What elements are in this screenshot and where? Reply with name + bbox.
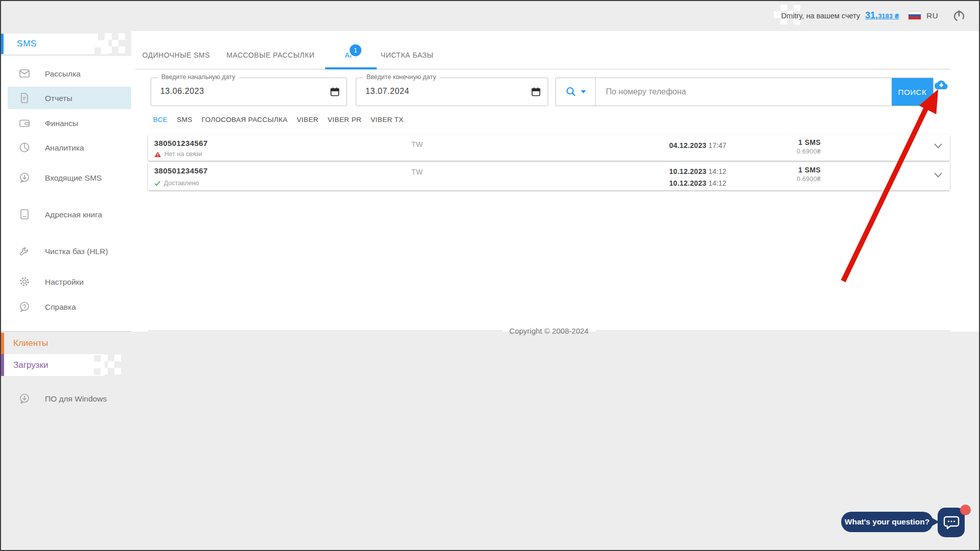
address-book-icon <box>18 208 31 220</box>
status-text: Нет на связи <box>164 151 202 158</box>
sidebar-section-label: Загрузки <box>4 360 48 370</box>
sidebar-item-label: Входящие SMS <box>45 172 116 184</box>
wrench-icon <box>18 245 31 257</box>
sidebar-item-label: Справка <box>45 301 116 313</box>
calendar-icon[interactable] <box>330 87 340 99</box>
message-datetime: 04.12.2023 17:47 <box>669 140 726 152</box>
language-label[interactable]: RU <box>926 11 938 20</box>
search-button[interactable]: ПОИСК <box>892 78 933 106</box>
copyright: Copyright © 2008-2024 <box>148 325 950 336</box>
pixel-decoration <box>94 368 101 375</box>
chat-icon <box>943 515 960 530</box>
search-type-dropdown[interactable] <box>556 78 596 106</box>
calendar-icon[interactable] <box>531 87 541 99</box>
filter-viber-pr[interactable]: VIBER PR <box>328 116 361 123</box>
search-input[interactable] <box>596 79 897 105</box>
sidebar-item-label: Финансы <box>45 117 116 129</box>
sms-count: 1 SMS <box>749 166 821 174</box>
sender-name: TW <box>411 168 423 176</box>
export-download-icon[interactable] <box>935 79 948 92</box>
message-datetime: 10.12.2023 14:12 10.12.2023 14:12 <box>669 166 726 189</box>
sidebar-item-adresnaya-kniga[interactable]: Адресная книга <box>0 203 131 226</box>
date-to-label: Введите конечную дату <box>363 73 439 81</box>
sms-price: 0.6900₴ <box>749 148 821 155</box>
sidebar-item-vhodyashchie-sms[interactable]: Входящие SMS <box>0 166 131 189</box>
pixel-decoration <box>114 355 121 361</box>
sidebar-section-sms[interactable]: SMS <box>0 34 108 54</box>
pixel-decoration <box>118 33 125 40</box>
phone-number: 380501234567 <box>154 166 208 175</box>
message-row[interactable]: 380501234567 Доставлено TW 10.12.2023 14… <box>148 162 950 190</box>
pixel-decoration <box>98 34 105 40</box>
date-to-field[interactable]: Введите конечную дату 13.07.2024 <box>356 78 548 106</box>
delivered-check-icon <box>154 181 161 186</box>
pixel-decoration <box>101 368 108 374</box>
help-icon <box>18 300 31 313</box>
pixel-decoration <box>105 33 112 40</box>
sidebar-item-chistka-baz[interactable]: Чистка баз (HLR) <box>0 239 131 263</box>
header-user-area: Dmitry, на вашем счету 31,3183 ₴ RU <box>781 0 966 31</box>
logout-power-icon[interactable] <box>952 9 966 22</box>
date-to-value[interactable]: 13.07.2024 <box>365 87 409 96</box>
chat-notification-badge <box>960 505 971 515</box>
pixel-decoration <box>112 40 118 46</box>
phone-number: 380501234567 <box>154 139 208 147</box>
balance-int: 31, <box>865 10 878 20</box>
search-icon <box>565 86 577 98</box>
sidebar-item-finansy[interactable]: Финансы <box>0 116 131 130</box>
sidebar-section-zagruzki[interactable]: Загрузки <box>0 354 105 376</box>
pixel-decoration <box>94 47 101 54</box>
report-document-icon <box>18 92 31 104</box>
tab-massovye-rassylki[interactable]: МАССОВЫЕ РАССЫЛКИ <box>219 51 322 62</box>
filter-viber[interactable]: VIBER <box>297 116 318 123</box>
balance-frac: 3183 ₴ <box>878 12 899 20</box>
tab-api[interactable]: API 1 <box>325 51 377 62</box>
pixel-decoration <box>108 361 114 368</box>
wallet-icon <box>18 117 31 129</box>
expand-chevron-icon[interactable] <box>934 171 943 180</box>
pixel-decoration <box>118 46 125 53</box>
date-from-value[interactable]: 13.06.2023 <box>160 87 204 96</box>
sidebar-section-klienty[interactable]: Клиенты <box>0 333 131 354</box>
tab-odinochnye-sms[interactable]: ОДИНОЧНЫЕ SMS <box>134 51 218 62</box>
search-box: ПОИСК <box>555 78 934 106</box>
message-row[interactable]: 380501234567 Нет на связи TW 04.12.2023 … <box>148 135 950 161</box>
tabbar-border <box>135 69 950 69</box>
date-from-field[interactable]: Введите начальную дату 13.06.2023 <box>151 78 347 106</box>
chevron-down-icon <box>581 90 586 93</box>
sidebar-item-label: Аналитика <box>45 142 116 154</box>
chat-question-bubble[interactable]: What's your question? <box>841 512 933 532</box>
filter-golosovaya[interactable]: ГОЛОСОВАЯ РАССЫЛКА <box>202 116 287 123</box>
sidebar-section-label: Клиенты <box>4 338 48 348</box>
sidebar-item-spravka[interactable]: Справка <box>0 299 131 314</box>
sidebar-item-rassylka[interactable]: Рассылка <box>0 66 131 81</box>
download-software-icon <box>18 392 31 405</box>
copyright-text: Copyright © 2008-2024 <box>509 327 589 335</box>
pixel-decoration <box>105 46 112 53</box>
pixel-decoration <box>101 355 108 361</box>
sidebar-item-analitika[interactable]: Аналитика <box>0 140 131 155</box>
incoming-sms-icon <box>18 171 31 184</box>
message-status: Доставлено <box>154 180 199 187</box>
envelope-icon <box>18 67 31 80</box>
expand-chevron-icon[interactable] <box>934 142 943 151</box>
sidebar-item-nastroyki[interactable]: Настройки <box>0 274 131 289</box>
sidebar-item-po-windows[interactable]: ПО для Windows <box>0 387 131 410</box>
footer-background <box>0 332 980 551</box>
pixel-decoration <box>94 355 101 362</box>
balance-link[interactable]: 31,3183 ₴ <box>865 10 899 21</box>
sidebar-item-label: Рассылка <box>45 68 116 80</box>
message-count: 1 SMS 0.6900₴ <box>749 138 821 155</box>
pixel-decoration <box>774 11 780 18</box>
message-count: 1 SMS 0.6900₴ <box>749 166 821 183</box>
filter-sms[interactable]: SMS <box>177 116 192 123</box>
sidebar-item-label: Настройки <box>45 276 116 288</box>
sidebar-section-title: SMS <box>4 39 37 49</box>
sidebar-item-otchety[interactable]: Отчеты <box>8 87 131 109</box>
filter-vse[interactable]: ВСЕ <box>153 116 168 123</box>
filter-viber-tx[interactable]: VIBER TX <box>371 116 403 123</box>
pixel-decoration <box>114 368 121 374</box>
russian-flag-icon[interactable] <box>908 11 921 20</box>
tab-chistka-bazy[interactable]: ЧИСТКА БАЗЫ <box>378 51 436 62</box>
sidebar-item-label: Отчеты <box>45 92 116 104</box>
